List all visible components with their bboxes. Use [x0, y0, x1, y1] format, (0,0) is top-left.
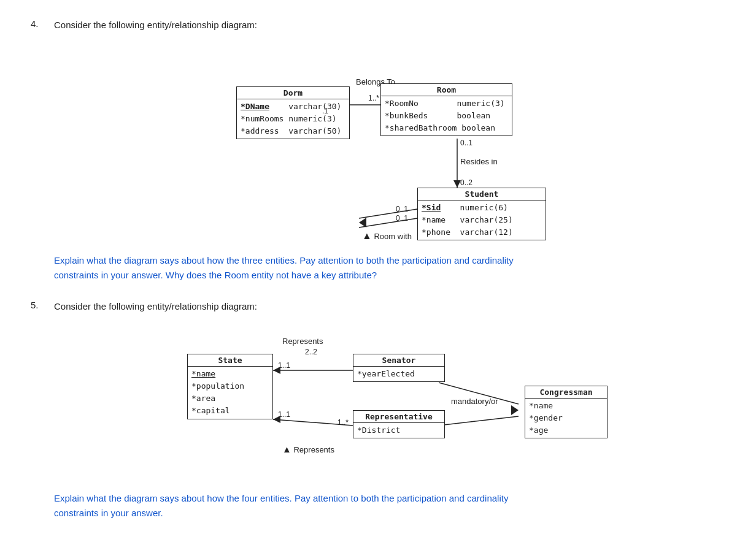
state-attr-1: *population: [191, 380, 269, 392]
state-attr-3: *capital: [191, 405, 269, 417]
state-attr-2: *area: [191, 392, 269, 405]
room-body: *RoomNo numeric(3) *bunkBeds boolean *sh…: [381, 96, 512, 136]
student-box: Student *Sid numeric(6) *name varchar(25…: [417, 188, 546, 240]
room-attr-2: *sharedBathroom boolean: [385, 122, 508, 134]
q5-explain-line1: Explain what the diagram says about how …: [54, 493, 508, 503]
svg-line-5: [359, 218, 417, 227]
svg-line-4: [359, 209, 417, 218]
diagram1: Dorm *DName varchar(30) *numRooms numeri…: [199, 44, 580, 240]
q4-content: Consider the following entity/relationsh…: [54, 18, 725, 283]
svg-line-10: [439, 416, 519, 426]
senator-card: 2..2: [305, 348, 317, 356]
represents-bottom-label: ▲ Represents: [282, 444, 334, 454]
dorm-body: *DName varchar(30) *numRooms numeric(3) …: [237, 99, 349, 139]
diagram2: Represents 2..2 State *name *population …: [150, 324, 629, 478]
mandatory-or-label: mandatory/or: [451, 397, 498, 406]
student-attr-0: *Sid numeric(6): [422, 202, 542, 214]
resides-in-label: Resides in: [460, 157, 498, 166]
svg-marker-11: [511, 405, 519, 415]
bt-left-card: .1: [322, 107, 328, 115]
congressman-box: Congressman *name *gender *age: [525, 386, 608, 438]
student-attr-2: *phone varchar(12): [422, 226, 542, 239]
room-header: Room: [381, 84, 512, 96]
room-attr-1: *bunkBeds boolean: [385, 110, 508, 122]
senator-body: *yearElected: [353, 367, 444, 381]
q4-number: 4.: [31, 18, 48, 283]
state-senator-card: 1..1: [278, 361, 290, 370]
congressman-body: *name *gender *age: [525, 399, 607, 438]
dorm-box: Dorm *DName varchar(30) *numRooms numeri…: [236, 86, 350, 139]
representative-attr-0: *District: [357, 424, 441, 437]
q4-explain: Explain what the diagram says about how …: [54, 253, 725, 283]
q4-explain-line2: constraints in your answer. Why does the…: [54, 270, 377, 280]
representative-body: *District: [353, 423, 444, 438]
rw-bottom-card: 0..1: [396, 214, 408, 223]
representative-box: Representative *District: [353, 410, 445, 438]
ri-top-card: 0..1: [460, 139, 472, 147]
represents-top-label: Represents: [282, 337, 323, 346]
diagram1-container: Dorm *DName varchar(30) *numRooms numeri…: [54, 44, 725, 240]
room-with-arrow: ▲: [362, 231, 372, 241]
question-4: 4. Consider the following entity/relatio…: [31, 18, 725, 283]
state-body: *name *population *area *capital: [188, 367, 272, 419]
student-attr-1: *name varchar(25): [422, 214, 542, 226]
represents-bottom-arrow: ▲: [282, 444, 291, 454]
room-attr-0: *RoomNo numeric(3): [385, 97, 508, 110]
diagram2-container: Represents 2..2 State *name *population …: [54, 324, 725, 478]
state-rep-card: 1..1: [278, 410, 290, 419]
senator-box: Senator *yearElected: [353, 354, 445, 382]
congressman-attr-0: *name: [529, 400, 603, 412]
q5-number: 5.: [31, 300, 48, 521]
rep-bottom-card: 1..*: [338, 418, 349, 427]
dorm-attr-2: *address varchar(50): [241, 125, 345, 137]
ri-bottom-card: 0..2: [460, 178, 472, 187]
svg-marker-6: [359, 218, 366, 227]
question-5: 5. Consider the following entity/relatio…: [31, 300, 725, 521]
student-body: *Sid numeric(6) *name varchar(25) *phone…: [418, 200, 546, 240]
congressman-attr-1: *gender: [529, 412, 603, 424]
state-box: State *name *population *area *capital: [187, 354, 273, 419]
q4-intro: Consider the following entity/relationsh…: [54, 18, 725, 32]
student-header: Student: [418, 188, 546, 200]
senator-header: Senator: [353, 354, 444, 367]
senator-attr-0: *yearElected: [357, 368, 441, 380]
q5-intro: Consider the following entity/relationsh…: [54, 300, 725, 314]
congressman-header: Congressman: [525, 386, 607, 399]
representative-header: Representative: [353, 411, 444, 423]
dorm-attr-0: *DName varchar(30): [241, 101, 345, 113]
state-attr-0: *name: [191, 368, 269, 380]
bt-right-card: 1..*: [368, 94, 379, 102]
dorm-attr-1: *numRooms numeric(3): [241, 113, 345, 125]
dorm-header: Dorm: [237, 87, 349, 99]
q4-explain-line1: Explain what the diagram says about how …: [54, 255, 514, 265]
room-with-label: ▲ Room with: [362, 231, 412, 242]
q5-content: Consider the following entity/relationsh…: [54, 300, 725, 521]
room-box: Room *RoomNo numeric(3) *bunkBeds boolea…: [380, 83, 512, 136]
congressman-attr-2: *age: [529, 424, 603, 437]
q5-explain: Explain what the diagram says about how …: [54, 491, 725, 521]
rw-top-card: 0..1: [396, 205, 408, 213]
q5-explain-line2: constraints in your answer.: [54, 508, 163, 518]
state-header: State: [188, 354, 272, 367]
